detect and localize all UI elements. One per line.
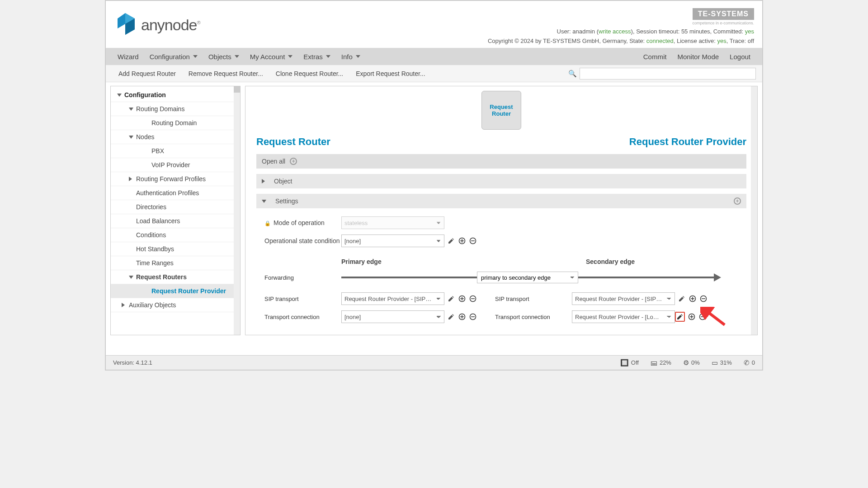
edit-icon[interactable]	[447, 313, 455, 321]
osc-select[interactable]: [none]	[341, 235, 444, 247]
footer-mem-value: 31%	[720, 359, 732, 366]
main-nav: Wizard Configuration Objects My Account …	[106, 48, 762, 65]
search-icon[interactable]: 🔍	[568, 70, 577, 78]
tree-voip[interactable]: VoIP Provider	[111, 158, 240, 172]
tree-nodes[interactable]: Nodes	[111, 130, 240, 144]
version-text: Version: 4.12.1	[113, 359, 152, 366]
edit-icon[interactable]	[678, 295, 686, 303]
tc-p-select[interactable]: [none]	[341, 310, 444, 323]
plus-circle-icon[interactable]: +	[290, 158, 297, 165]
add-icon[interactable]	[688, 313, 696, 321]
nav-account[interactable]: My Account	[245, 49, 298, 64]
license-value: yes	[717, 38, 726, 44]
triangle-right-icon	[122, 303, 125, 307]
caret-down-icon	[356, 55, 360, 58]
forwarding-select[interactable]: primary to secondary edge	[477, 272, 578, 283]
tree-request-router-provider[interactable]: Request Router Provider	[111, 284, 240, 298]
nav-configuration-label: Configuration	[150, 53, 190, 61]
forwarding-line-left	[341, 277, 477, 278]
tc-primary: Transport connection [none]	[264, 310, 477, 323]
edit-icon[interactable]	[676, 313, 684, 321]
sip-p-select[interactable]: Request Router Provider - [SIP…	[341, 292, 444, 305]
add-icon[interactable]	[458, 313, 466, 321]
scrollbar-thumb[interactable]	[234, 86, 240, 93]
tree-request-routers[interactable]: Request Routers	[111, 270, 240, 284]
remove-icon[interactable]	[469, 295, 477, 303]
search-input[interactable]	[580, 68, 756, 80]
tree-routing-domains[interactable]: Routing Domains	[111, 102, 240, 116]
tc-p-label: Transport connection	[264, 314, 341, 320]
tree-aux[interactable]: Auxiliary Objects	[111, 298, 240, 312]
add-icon[interactable]	[458, 237, 466, 245]
sip-secondary: SIP transport Request Router Provider - …	[495, 292, 708, 305]
plus-circle-icon[interactable]: +	[734, 197, 741, 205]
section-settings[interactable]: Settings +	[256, 194, 746, 208]
tree-cond[interactable]: Conditions	[111, 228, 240, 242]
caret-down-icon	[288, 55, 292, 58]
edge-headers: Primary edge Secondary edge	[256, 258, 746, 265]
mode-select: stateless	[341, 216, 444, 229]
open-all-label: Open all	[262, 158, 285, 165]
tree-tr[interactable]: Time Ranges	[111, 256, 240, 270]
nav-extras-label: Extras	[303, 53, 323, 61]
footer: Version: 4.12.1 🔲Off 🖴22% ⚙0% ▭31% ✆0	[106, 355, 762, 370]
edit-icon[interactable]	[447, 295, 455, 303]
nav-account-label: My Account	[250, 53, 285, 61]
remove-icon[interactable]	[699, 295, 708, 303]
add-icon[interactable]	[458, 295, 466, 303]
tree-auth[interactable]: Authentication Profiles	[111, 186, 240, 200]
mode-label-text: Mode of operation	[274, 219, 325, 226]
main-scrollbar[interactable]	[751, 86, 757, 335]
edit-icon[interactable]	[447, 237, 455, 245]
nav-monitor[interactable]: Monitor Mode	[672, 49, 724, 64]
tree-routing-domain[interactable]: Routing Domain	[111, 116, 240, 130]
sip-primary: SIP transport Request Router Provider - …	[264, 292, 477, 305]
sidebar-scrollbar[interactable]	[234, 86, 240, 335]
row-sip: SIP transport Request Router Provider - …	[256, 290, 746, 308]
footer-cpu-value: 0%	[691, 359, 700, 366]
sub-add[interactable]: Add Request Router	[112, 66, 182, 81]
page-headings: Request Router Request Router Provider	[256, 136, 746, 148]
tree-pbx[interactable]: PBX	[111, 144, 240, 158]
remove-icon[interactable]	[469, 313, 477, 321]
tree-hs[interactable]: Hot Standbys	[111, 242, 240, 256]
triangle-down-icon	[129, 136, 133, 139]
remove-icon[interactable]	[469, 237, 477, 245]
add-icon[interactable]	[689, 295, 697, 303]
user-prefix: User:	[557, 28, 573, 35]
highlighted-edit	[675, 312, 685, 322]
tree-dirs[interactable]: Directories	[111, 200, 240, 214]
tree-configuration[interactable]: Configuration	[111, 88, 240, 102]
osc-label: Operational state condition	[264, 237, 341, 244]
caret-down-icon	[193, 55, 198, 58]
row-osc: Operational state condition [none]	[256, 232, 746, 250]
nav-objects[interactable]: Objects	[203, 49, 245, 64]
logo-icon	[114, 12, 137, 38]
nav-info[interactable]: Info	[336, 49, 366, 64]
nav-logout[interactable]: Logout	[724, 49, 756, 64]
sub-nav: Add Request Router Remove Request Router…	[106, 65, 762, 82]
nav-wizard[interactable]: Wizard	[112, 49, 144, 64]
logo-area: anynode	[114, 5, 200, 44]
open-all-bar[interactable]: Open all +	[256, 154, 746, 169]
tree-configuration-label: Configuration	[124, 91, 166, 99]
sip-s-select[interactable]: Request Router Provider - [SIP…	[572, 292, 675, 305]
sip-p-label: SIP transport	[264, 296, 341, 302]
sub-export[interactable]: Export Request Router...	[349, 66, 431, 81]
content-area: Configuration Routing Domains Routing Do…	[106, 82, 762, 335]
forwarding-line-right	[578, 277, 714, 278]
nav-extras[interactable]: Extras	[298, 49, 336, 64]
section-object[interactable]: Object	[256, 174, 746, 188]
tree-rfp[interactable]: Routing Forward Profiles	[111, 172, 240, 186]
tc-s-select[interactable]: Request Router Provider - [Lo…	[572, 310, 675, 323]
sub-clone[interactable]: Clone Request Router...	[269, 66, 349, 81]
node-box[interactable]: Request Router	[481, 91, 521, 130]
sub-remove[interactable]: Remove Request Router...	[182, 66, 269, 81]
trace-label: , Trace:	[726, 38, 748, 44]
nav-commit[interactable]: Commit	[638, 49, 672, 64]
tree-lb[interactable]: Load Balancers	[111, 214, 240, 228]
nav-configuration[interactable]: Configuration	[144, 49, 203, 64]
footer-power: 🔲Off	[620, 359, 639, 367]
lock-icon	[264, 219, 271, 226]
nav-commit-label: Commit	[643, 53, 667, 61]
